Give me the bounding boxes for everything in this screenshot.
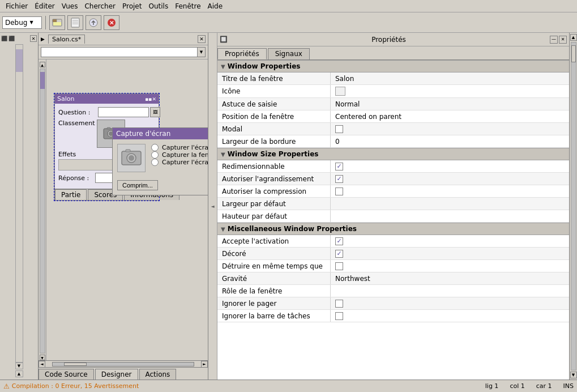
tab-designer[interactable]: Designer bbox=[95, 369, 138, 380]
content-area: ⬛ ⬛ ✕ ▼ ▲ ▶ Salon.cs* ✕ bbox=[0, 33, 577, 380]
statusbar-car: car 1 bbox=[536, 382, 552, 390]
scroll-down-left[interactable]: ▼ bbox=[40, 355, 45, 360]
tab-proprietes[interactable]: Propriétés bbox=[217, 48, 267, 59]
prop-pager-value bbox=[331, 297, 569, 309]
prop-redim: Redimensionnable bbox=[217, 160, 569, 173]
designer-panel-close[interactable]: ✕ bbox=[198, 35, 206, 43]
panel-separator: ◄ bbox=[208, 33, 217, 380]
capture-comprim-btn[interactable]: Comprim... bbox=[117, 180, 158, 190]
prop-largeur-name: Largeur de la bordure bbox=[217, 135, 331, 147]
menu-fenetre[interactable]: Fenêtre bbox=[172, 1, 204, 11]
capture-radio-2[interactable] bbox=[151, 151, 159, 159]
prop-compress-value bbox=[331, 185, 569, 197]
tab-code-source[interactable]: Code Source bbox=[39, 369, 94, 380]
prop-compress-checkbox[interactable] bbox=[335, 188, 343, 195]
prop-agrand-checkbox[interactable] bbox=[335, 175, 343, 183]
designer-bottom-tabs: Code Source Designer Actions bbox=[39, 367, 208, 380]
properties-panel: 🔲 Propriétés — ✕ Propriétés Signaux ▼ bbox=[217, 33, 569, 380]
top-combo-arrow[interactable]: ▼ bbox=[198, 47, 206, 57]
prop-detruire-value bbox=[331, 260, 569, 272]
top-combo: ▼ bbox=[41, 47, 206, 57]
capture-camera bbox=[117, 144, 146, 172]
toolbar-btn-1[interactable] bbox=[49, 15, 65, 30]
prop-modal: Modal bbox=[217, 123, 569, 135]
misc-props-toggle[interactable]: ▼ bbox=[221, 226, 225, 232]
stop-icon: ✕ bbox=[106, 18, 117, 28]
menu-editer[interactable]: Éditer bbox=[31, 1, 58, 11]
hscroll-track bbox=[52, 362, 194, 367]
size-props-toggle[interactable]: ▼ bbox=[221, 151, 225, 157]
left-scroll: ▲ ▼ bbox=[39, 59, 46, 360]
window-props-toggle[interactable]: ▼ bbox=[221, 63, 225, 70]
toolbar-btn-2[interactable] bbox=[67, 15, 83, 30]
dock-close-btn[interactable]: ✕ bbox=[30, 35, 37, 42]
prop-activation-value bbox=[331, 235, 569, 247]
tab-actions[interactable]: Actions bbox=[139, 369, 177, 380]
menu-outils[interactable]: Outils bbox=[145, 1, 172, 11]
designer-canvas: ▲ ▼ Salon ▪▪✕ bbox=[39, 59, 208, 360]
prop-activation-checkbox[interactable] bbox=[335, 237, 343, 245]
top-combo-area: ▼ bbox=[39, 45, 208, 59]
debug-dropdown-arrow: ▼ bbox=[29, 20, 33, 25]
statusbar-lig: lig 1 bbox=[485, 382, 499, 390]
svg-point-17 bbox=[129, 155, 134, 161]
prop-barre-checkbox[interactable] bbox=[335, 312, 343, 320]
hscroll-left[interactable]: ◄ bbox=[39, 361, 45, 368]
panel-icon: ▶ bbox=[41, 36, 45, 42]
top-combo-input[interactable] bbox=[41, 47, 198, 57]
prop-pager-checkbox[interactable] bbox=[335, 300, 343, 308]
svg-rect-14 bbox=[107, 127, 110, 129]
vscroll-down[interactable]: ▼ bbox=[15, 363, 23, 369]
app-window: Fichier Éditer Vues Chercher Projet Outi… bbox=[0, 0, 577, 392]
properties-close-btn[interactable]: ✕ bbox=[559, 36, 567, 44]
prop-modal-checkbox[interactable] bbox=[335, 125, 343, 133]
debug-dropdown[interactable]: Debug ▼ bbox=[2, 16, 42, 29]
svg-rect-3 bbox=[71, 18, 79, 27]
scroll-up-left[interactable]: ▲ bbox=[40, 62, 45, 67]
capture-radio-3[interactable] bbox=[151, 159, 159, 166]
menu-aide[interactable]: Aide bbox=[204, 1, 226, 11]
toolbar-icon-1 bbox=[52, 18, 62, 28]
prop-largeur-def-name: Largeur par défaut bbox=[217, 198, 331, 210]
properties-tabs: Propriétés Signaux bbox=[217, 46, 569, 60]
statusbar-ins: INS bbox=[563, 382, 574, 390]
tab-partie[interactable]: Partie bbox=[55, 189, 87, 200]
menu-chercher[interactable]: Chercher bbox=[81, 1, 119, 11]
prop-position-name: Position de la fenêtre bbox=[217, 110, 331, 122]
rscroll-down[interactable]: ▼ bbox=[570, 372, 577, 378]
prop-role-value bbox=[331, 285, 569, 297]
properties-title: Propriétés bbox=[371, 36, 406, 44]
statusbar-message: Compilation : 0 Erreur, 15 Avertissement bbox=[12, 382, 139, 390]
rscroll-up[interactable]: ▲ bbox=[570, 34, 577, 41]
prop-pager-name: Ignorer le pager bbox=[217, 297, 331, 309]
capture-row: Capturer l'écran courante Capturer la fe… bbox=[117, 144, 208, 172]
prop-gravite-text: Northwest bbox=[335, 275, 370, 283]
prop-decore-checkbox[interactable] bbox=[335, 250, 343, 258]
prop-detruire-checkbox[interactable] bbox=[335, 262, 343, 270]
stop-btn[interactable]: ✕ bbox=[104, 15, 119, 30]
menu-fichier[interactable]: Fichier bbox=[2, 1, 31, 11]
question-btn[interactable]: 🖼 bbox=[150, 107, 160, 117]
prop-redim-checkbox[interactable] bbox=[335, 163, 343, 171]
hscroll-thumb[interactable] bbox=[64, 363, 87, 366]
capture-option-2: Capturer la fenêtre courante bbox=[151, 151, 208, 159]
capture-option-1-label: Capturer l'écran courante bbox=[162, 144, 208, 151]
tab-signaux[interactable]: Signaux bbox=[268, 48, 310, 59]
menu-vues[interactable]: Vues bbox=[58, 1, 82, 11]
menu-projet[interactable]: Projet bbox=[119, 1, 145, 11]
toolbar-btn-3[interactable] bbox=[86, 15, 101, 30]
salon-close-icon[interactable]: ▪▪✕ bbox=[145, 96, 156, 102]
prop-hauteur-def-name: Hauteur par défaut bbox=[217, 210, 331, 222]
prop-decore: Décoré bbox=[217, 248, 569, 260]
prop-position-value: Centered on parent bbox=[331, 110, 569, 122]
prop-largeur-def-value bbox=[331, 198, 569, 210]
vscroll-up[interactable]: ▲ bbox=[15, 370, 23, 377]
capture-radio-1[interactable] bbox=[151, 144, 159, 151]
debug-label: Debug bbox=[5, 19, 27, 27]
designer-tab-salon[interactable]: Salon.cs* bbox=[48, 35, 85, 44]
question-input[interactable] bbox=[98, 107, 149, 117]
hscroll-right[interactable]: ► bbox=[201, 361, 208, 368]
properties-minimize-btn[interactable]: — bbox=[550, 36, 558, 44]
prop-gravite-value: Northwest bbox=[331, 272, 569, 284]
designer-panel: ▶ Salon.cs* ✕ ▼ ▲ bbox=[39, 33, 208, 380]
